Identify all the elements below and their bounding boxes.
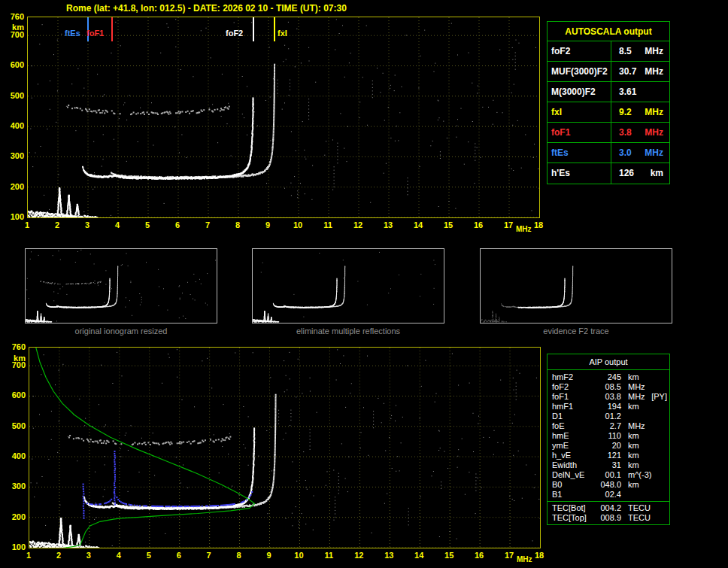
aip-param-name: TEC[Top] bbox=[552, 513, 594, 523]
param-value: 30.7MHz bbox=[611, 62, 669, 81]
x-tick-top-9: 9 bbox=[260, 220, 275, 229]
y-tick-bot-600: 600 bbox=[2, 390, 26, 399]
param-value: 3.61 bbox=[611, 82, 669, 102]
y-tick-bot-400: 400 bbox=[2, 451, 26, 460]
param-value: 3.0MHz bbox=[611, 143, 669, 163]
thumbnail-caption-multiples: eliminate multiple reflections bbox=[252, 327, 444, 336]
x-tick-top-7: 7 bbox=[200, 220, 215, 229]
thumbnail-caption-f2trace: evidence F2 trace bbox=[480, 327, 672, 336]
x-tick-bot-11: 11 bbox=[321, 551, 336, 560]
tec-row-tectop: TEC[Top]008.9TECU bbox=[548, 513, 669, 523]
thumbnail-original-canvas bbox=[26, 249, 217, 323]
x-tick-top-12: 12 bbox=[350, 220, 366, 229]
aip-param-name: B1 bbox=[552, 490, 594, 500]
aip-param-name: DelN_vE bbox=[552, 470, 594, 480]
y-tick-bot-300: 300 bbox=[2, 481, 26, 491]
aip-param-extra: [PY] bbox=[651, 392, 667, 402]
y-tick-top-600: 600 bbox=[0, 60, 24, 69]
thumbnail-original-ionogram bbox=[25, 248, 217, 323]
aip-param-value: 01.2 bbox=[594, 412, 621, 421]
x-tick-top-11: 11 bbox=[320, 220, 335, 229]
aip-table-tec-rows: TEC[Bot]004.2TECUTEC[Top]008.9TECU bbox=[548, 501, 669, 524]
aip-row-b1: B102.4 bbox=[548, 490, 669, 500]
marker-label-fof1: foF1 bbox=[86, 29, 104, 38]
x-tick-top-6: 6 bbox=[170, 220, 185, 229]
x-tick-top-15: 15 bbox=[441, 220, 456, 229]
aip-param-unit: MHz bbox=[628, 392, 651, 402]
x-tick-bot-3: 3 bbox=[81, 551, 96, 560]
aip-param-value: 02.4 bbox=[594, 490, 621, 500]
x-tick-bot-8: 8 bbox=[232, 551, 247, 560]
aip-param-value: 31 bbox=[594, 460, 621, 470]
aip-row-d1: D101.2 bbox=[548, 412, 669, 421]
thumbnail-no-multiples bbox=[252, 248, 444, 323]
aip-param-value: 121 bbox=[594, 451, 621, 460]
aip-param-unit: km bbox=[628, 480, 669, 490]
x-tick-bot-18: 18 bbox=[532, 551, 547, 560]
aip-param-value: 08.5 bbox=[594, 382, 621, 392]
marker-label-fof2: foF2 bbox=[226, 29, 243, 38]
autoscala-row-fof2: foF28.5MHz bbox=[548, 41, 669, 62]
y-tick-bot-500: 500 bbox=[2, 421, 26, 430]
thumbnail-f2-evidence bbox=[480, 248, 672, 323]
param-label: h'Es bbox=[548, 163, 611, 184]
x-tick-top-16: 16 bbox=[471, 220, 486, 229]
aip-param-name: foF2 bbox=[552, 382, 594, 392]
y-tick-top-300: 300 bbox=[0, 151, 24, 160]
aip-param-unit bbox=[628, 412, 669, 421]
autoscala-table-title: AUTOSCALA output bbox=[548, 22, 669, 41]
x-tick-bot-2: 2 bbox=[51, 551, 66, 560]
x-tick-bot-9: 9 bbox=[262, 551, 277, 560]
autoscala-row-fof1: foF13.8MHz bbox=[548, 123, 669, 143]
aip-param-unit: km bbox=[628, 431, 669, 441]
aip-param-unit: km bbox=[628, 372, 669, 382]
autoscala-row-hes: h'Es126km bbox=[548, 163, 669, 184]
x-tick-top-3: 3 bbox=[80, 220, 95, 229]
aip-row-delnve: DelN_vE00.1m^(-3) bbox=[548, 470, 669, 480]
aip-param-unit: km bbox=[628, 441, 669, 451]
aip-table-rows: hmF2245kmfoF208.5MHzfoF103.8MHz[PY]hmF11… bbox=[548, 370, 669, 501]
aip-param-value: 008.9 bbox=[594, 513, 621, 523]
aip-param-name: hmE bbox=[552, 431, 594, 441]
aip-row-hmf2: hmF2245km bbox=[548, 372, 669, 382]
x-tick-bot-17: 17 bbox=[502, 551, 517, 560]
aip-param-name: ymE bbox=[552, 441, 594, 451]
param-label: fxI bbox=[548, 102, 611, 122]
autoscala-table-rows: foF28.5MHzMUF(3000)F230.7MHzM(3000)F23.6… bbox=[548, 41, 669, 184]
scaled-ionogram-canvas bbox=[28, 17, 539, 217]
y-tick-bot-200: 200 bbox=[2, 512, 26, 521]
aip-param-name: B0 bbox=[552, 480, 594, 490]
aip-param-unit: km bbox=[628, 402, 669, 412]
aip-param-value: 00.1 bbox=[594, 470, 621, 480]
y-tick-bot-760: 760 bbox=[2, 342, 26, 351]
y-tick-top-200: 200 bbox=[0, 182, 24, 191]
y-tick-top-760: 760 bbox=[0, 12, 24, 21]
x-tick-bot-4: 4 bbox=[111, 551, 126, 560]
aip-param-value: 20 bbox=[594, 441, 621, 451]
aip-row-yme: ymE20km bbox=[548, 441, 669, 451]
x-tick-top-14: 14 bbox=[411, 220, 426, 229]
y-tick-top-500: 500 bbox=[0, 91, 24, 100]
y-axis-unit-top: km bbox=[0, 23, 24, 32]
aip-param-value: 048.0 bbox=[594, 480, 621, 490]
x-tick-top-17: 17 bbox=[501, 220, 516, 229]
x-tick-bot-16: 16 bbox=[472, 551, 487, 560]
aip-param-name: h_vE bbox=[552, 451, 594, 460]
x-axis-unit-top: MHz bbox=[516, 225, 532, 233]
param-label: foF2 bbox=[548, 41, 611, 61]
x-tick-top-1: 1 bbox=[20, 220, 35, 229]
x-tick-top-4: 4 bbox=[110, 220, 125, 229]
aip-param-unit: TECU bbox=[628, 503, 669, 513]
aip-param-value: 245 bbox=[594, 372, 621, 382]
param-label: MUF(3000)F2 bbox=[548, 62, 611, 81]
x-tick-bot-7: 7 bbox=[202, 551, 217, 560]
aip-param-unit: MHz bbox=[628, 421, 669, 431]
autoscala-row-muf3000f2: MUF(3000)F230.7MHz bbox=[548, 62, 669, 82]
x-tick-top-2: 2 bbox=[50, 220, 65, 229]
aip-param-unit: TECU bbox=[628, 513, 669, 523]
param-label: ftEs bbox=[548, 143, 611, 163]
aip-param-unit: km bbox=[628, 460, 669, 470]
aip-param-value: 004.2 bbox=[594, 503, 621, 513]
station-date-title: Rome (lat: +41.8, lon: 012.5) - DATE: 20… bbox=[66, 3, 347, 14]
x-axis-unit-bot: MHz bbox=[517, 555, 532, 563]
